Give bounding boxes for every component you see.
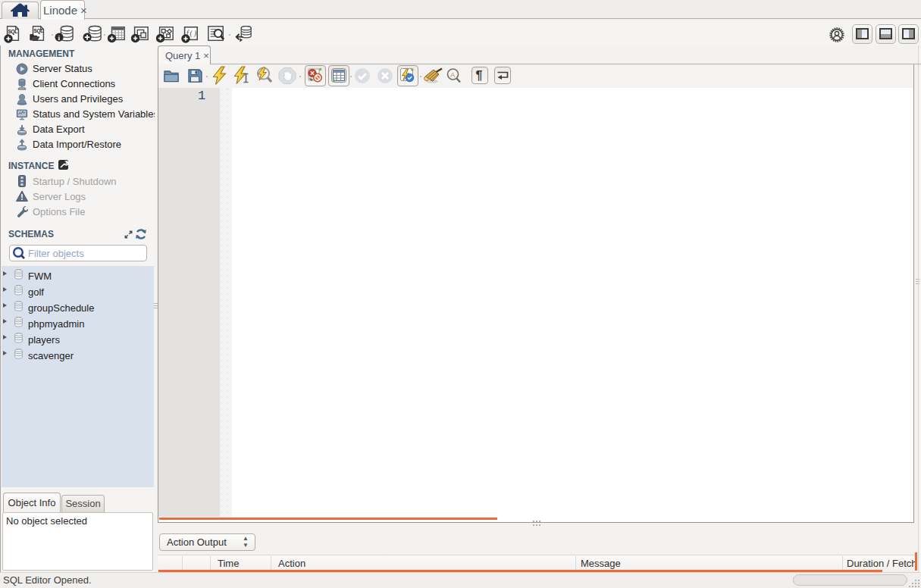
svg-text:A: A <box>450 71 455 79</box>
svg-text:SQL: SQL <box>8 29 18 35</box>
svg-text:i: i <box>58 34 60 42</box>
svg-text:SQL: SQL <box>33 28 43 34</box>
svg-text:¶: ¶ <box>476 69 483 82</box>
